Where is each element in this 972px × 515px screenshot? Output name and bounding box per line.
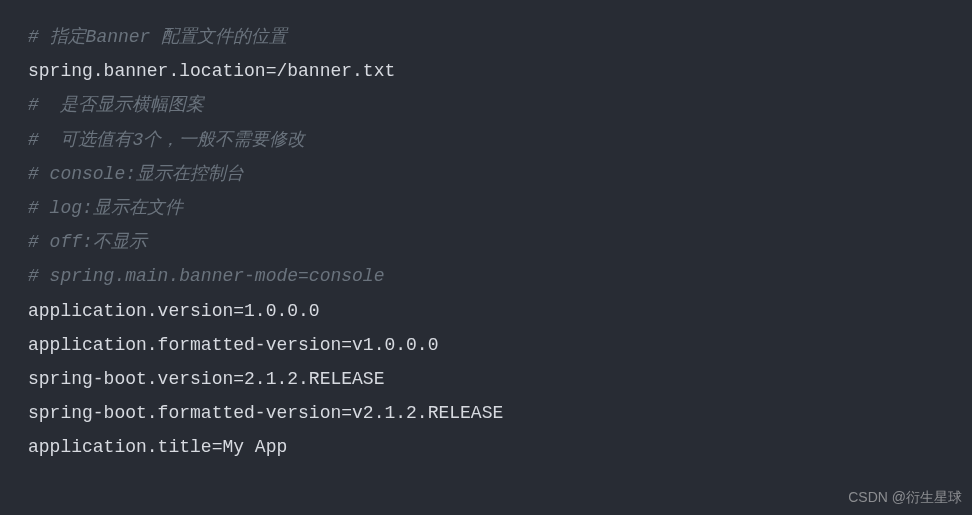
code-line-property: application.title=My App <box>28 430 944 464</box>
code-line-comment: # console:显示在控制台 <box>28 157 944 191</box>
code-line-comment: # 是否显示横幅图案 <box>28 88 944 122</box>
code-line-comment: # 指定Banner 配置文件的位置 <box>28 20 944 54</box>
code-line-property: spring-boot.formatted-version=v2.1.2.REL… <box>28 396 944 430</box>
code-line-comment: # 可选值有3个，一般不需要修改 <box>28 123 944 157</box>
code-line-comment: # off:不显示 <box>28 225 944 259</box>
code-editor: # 指定Banner 配置文件的位置 spring.banner.locatio… <box>28 20 944 464</box>
code-line-comment: # log:显示在文件 <box>28 191 944 225</box>
code-line-property: spring.banner.location=/banner.txt <box>28 54 944 88</box>
code-line-property: application.version=1.0.0.0 <box>28 294 944 328</box>
watermark-text: CSDN @衍生星球 <box>848 484 962 511</box>
code-line-property: spring-boot.version=2.1.2.RELEASE <box>28 362 944 396</box>
code-line-property: application.formatted-version=v1.0.0.0 <box>28 328 944 362</box>
code-line-comment: # spring.main.banner-mode=console <box>28 259 944 293</box>
